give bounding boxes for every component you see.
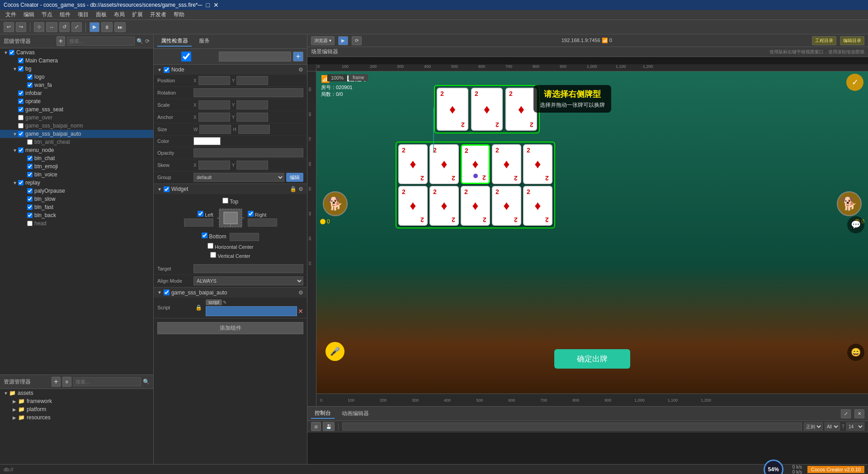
console-close-btn[interactable]: ✕ bbox=[854, 409, 864, 418]
script-remove-btn[interactable]: ✕ bbox=[298, 308, 303, 315]
checkbox-wan-fa[interactable] bbox=[27, 82, 33, 88]
pause-btn[interactable]: ⏸ bbox=[101, 22, 113, 32]
console-save-btn[interactable]: 💾 bbox=[323, 422, 335, 431]
tree-item-wan-fa[interactable]: wan_fa bbox=[0, 81, 153, 89]
tree-item-main-camera[interactable]: Main Camera bbox=[0, 57, 153, 65]
widget-top-checkbox[interactable] bbox=[222, 198, 228, 204]
group-edit-btn[interactable]: 编辑 bbox=[286, 173, 303, 182]
menu-layout[interactable]: 布局 bbox=[110, 10, 128, 19]
scene-refresh-btn[interactable]: ⟳ bbox=[352, 36, 362, 45]
maximize-btn[interactable]: □ bbox=[206, 1, 209, 9]
props-tab-inspector[interactable]: 属性检查器 bbox=[157, 36, 192, 47]
top-card-2[interactable]: 2 ♦ 2 bbox=[471, 88, 503, 131]
widget-left-checkbox[interactable] bbox=[198, 211, 203, 217]
tree-item-head[interactable]: head bbox=[0, 219, 153, 228]
checkbox-head[interactable] bbox=[27, 221, 33, 226]
title-bar-controls[interactable]: ─ □ ✕ bbox=[198, 1, 219, 9]
props-tab-service[interactable]: 服务 bbox=[195, 36, 213, 47]
confirm-play-btn[interactable]: 确定出牌 bbox=[554, 349, 630, 369]
tree-item-bln-chat[interactable]: bln_chat bbox=[0, 154, 153, 162]
toggle-bg[interactable]: ▼ bbox=[13, 66, 17, 71]
script-value-input[interactable]: game_sss_baipai_auto bbox=[206, 306, 297, 316]
node-active-checkbox[interactable] bbox=[157, 52, 215, 62]
anim-tab[interactable]: 动画编辑器 bbox=[338, 409, 373, 418]
toggle-platform[interactable]: ▶ bbox=[13, 407, 17, 412]
assets-add-btn[interactable]: + bbox=[52, 377, 60, 387]
node-name-input[interactable]: game_sss_baipai_auto bbox=[219, 52, 291, 62]
assets-search-input[interactable] bbox=[73, 377, 141, 386]
console-filter-input[interactable] bbox=[342, 422, 802, 431]
move-btn[interactable]: ↔ bbox=[46, 22, 57, 32]
widget-right-value[interactable]: 640.00px bbox=[248, 218, 277, 227]
tree-item-btn-anti-cheat[interactable]: btn_anti_cheat bbox=[0, 138, 153, 146]
add-component-btn[interactable]: 添加组件 bbox=[157, 322, 303, 334]
menu-edit[interactable]: 编辑 bbox=[20, 10, 38, 19]
script-gear-icon[interactable]: ⚙ bbox=[298, 289, 303, 296]
menu-component[interactable]: 组件 bbox=[56, 10, 74, 19]
script-section-checkbox[interactable] bbox=[164, 289, 170, 295]
close-btn[interactable]: ✕ bbox=[213, 1, 219, 9]
group-select[interactable]: default bbox=[193, 173, 284, 182]
menu-node[interactable]: 节点 bbox=[38, 10, 56, 19]
tree-item-bln-voice[interactable]: bln_voice bbox=[0, 171, 153, 179]
tree-item-paly-orpause[interactable]: palyOrpause bbox=[0, 187, 153, 195]
checkbox-replay[interactable] bbox=[18, 180, 24, 185]
tree-item-logo[interactable]: logo bbox=[0, 73, 153, 81]
top-card-1[interactable]: 2 ♦ 2 bbox=[437, 88, 468, 131]
console-font-select[interactable]: 14 bbox=[846, 422, 864, 431]
grid-card-r1c5[interactable]: 2 ♦ 2 bbox=[523, 144, 552, 184]
engine-project-btn[interactable]: 工程目录 bbox=[812, 36, 836, 45]
menu-help[interactable]: 帮助 bbox=[170, 10, 188, 19]
scale-btn[interactable]: ⤢ bbox=[71, 22, 82, 32]
widget-gear-icon[interactable]: ⚙ bbox=[298, 186, 303, 192]
checkbox-btn-anti-cheat[interactable] bbox=[27, 139, 33, 145]
console-expand-btn[interactable]: ⤢ bbox=[841, 409, 851, 418]
mic-button[interactable]: 🎤 bbox=[326, 342, 344, 361]
checkbox-bln-voice[interactable] bbox=[27, 172, 33, 177]
position-x-input[interactable]: 0 bbox=[198, 76, 230, 85]
node-gear-icon[interactable]: ⚙ bbox=[298, 66, 303, 73]
scene-play-btn[interactable]: ▶ bbox=[338, 36, 348, 45]
node-section-header[interactable]: ▼ Node ⚙ bbox=[154, 65, 307, 75]
undo-btn[interactable]: ↩ bbox=[4, 22, 14, 32]
assets-list-btn[interactable]: ≡ bbox=[62, 377, 71, 387]
hierarchy-add-btn[interactable]: + bbox=[57, 36, 65, 46]
rotation-input[interactable]: 0 bbox=[193, 88, 303, 97]
menu-panel[interactable]: 面板 bbox=[92, 10, 110, 19]
toggle-game-sss-baipai-auto[interactable]: ▼ bbox=[13, 132, 17, 137]
checkbox-game-over[interactable] bbox=[18, 115, 24, 120]
checkbox-oprate[interactable] bbox=[18, 99, 24, 104]
top-card-3[interactable]: 2 ♦ 2 bbox=[505, 88, 537, 131]
console-regex-select[interactable]: 正则 bbox=[804, 422, 823, 431]
emoji-button[interactable]: 😄 bbox=[847, 344, 864, 361]
toggle-canvas[interactable]: ▼ bbox=[4, 50, 8, 55]
play-btn[interactable]: ▶ bbox=[90, 22, 99, 32]
assets-search-icon[interactable]: 🔍 bbox=[143, 379, 150, 385]
rotate-btn[interactable]: ↺ bbox=[59, 22, 70, 32]
console-level-select[interactable]: All bbox=[825, 422, 840, 431]
toggle-framework[interactable]: ▶ bbox=[13, 399, 17, 404]
scale-y-input[interactable]: 1 bbox=[236, 100, 268, 109]
tree-item-game-sss-baipai-auto[interactable]: ▼ game_sss_baipai_auto bbox=[0, 130, 153, 138]
checkbox-bln-chat[interactable] bbox=[27, 156, 33, 161]
checkbox-game-sss-baipai-auto[interactable] bbox=[18, 131, 24, 137]
color-picker[interactable] bbox=[193, 137, 221, 145]
script-edit-icon[interactable]: ✎ bbox=[223, 300, 226, 305]
grid-card-r2c2[interactable]: 2 ♦ 2 bbox=[429, 186, 459, 226]
tree-item-btn-emoji[interactable]: btn_emoji bbox=[0, 162, 153, 171]
console-tab[interactable]: 控制台 bbox=[311, 408, 335, 419]
widget-left-value[interactable]: 640.00px bbox=[184, 218, 213, 227]
opacity-input[interactable]: 255 bbox=[193, 148, 303, 157]
toggle-resources[interactable]: ▶ bbox=[13, 415, 17, 420]
widget-vertical-center-checkbox[interactable] bbox=[210, 252, 216, 258]
minimize-btn[interactable]: ─ bbox=[198, 1, 203, 9]
menu-project[interactable]: 项目 bbox=[74, 10, 92, 19]
toggle-replay[interactable]: ▼ bbox=[13, 180, 17, 185]
checkbox-btn-emoji[interactable] bbox=[27, 164, 33, 169]
tree-item-bg[interactable]: ▼ bg bbox=[0, 65, 153, 73]
tree-item-menu-node[interactable]: ▼ menu_node bbox=[0, 146, 153, 154]
widget-bottom-checkbox[interactable] bbox=[202, 232, 208, 238]
transform-btn[interactable]: ⊹ bbox=[34, 22, 44, 32]
checkbox-bln-slow[interactable] bbox=[27, 196, 33, 202]
tree-item-game-over[interactable]: game_over bbox=[0, 114, 153, 122]
